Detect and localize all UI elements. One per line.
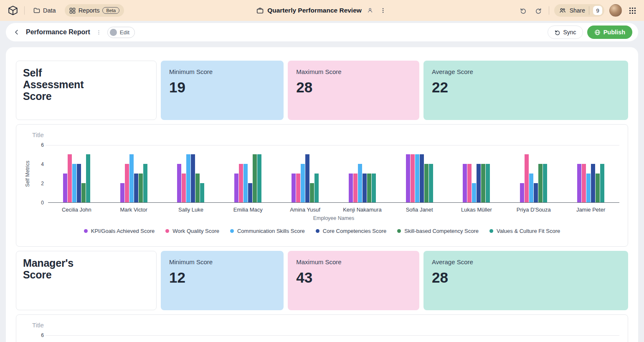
sync-button[interactable]: Sync (548, 26, 583, 39)
bar[interactable] (349, 174, 353, 202)
bar[interactable] (543, 164, 547, 202)
bar[interactable] (77, 164, 81, 202)
bar[interactable] (411, 154, 415, 202)
divider (549, 6, 549, 15)
bar[interactable] (72, 164, 76, 202)
share-button[interactable]: Share 9 (554, 4, 604, 17)
bar[interactable] (577, 164, 581, 202)
bar[interactable] (358, 164, 362, 202)
legend-label: Skill-based Competency Score (404, 228, 479, 234)
collaborator-icon[interactable] (365, 6, 375, 15)
more-options-icon[interactable] (378, 6, 388, 15)
x-tick-label: Sally Luke (178, 207, 203, 213)
back-icon[interactable] (12, 27, 22, 37)
bar[interactable] (200, 183, 204, 202)
bar[interactable] (463, 164, 467, 202)
edit-toggle[interactable]: Edit (107, 27, 135, 38)
bar[interactable] (534, 183, 538, 202)
bar[interactable] (139, 174, 143, 202)
bar[interactable] (143, 164, 147, 202)
bar[interactable] (182, 174, 186, 202)
bar[interactable] (367, 174, 371, 202)
stat-card-minimum[interactable]: Minimum Score 19 (161, 61, 284, 120)
report-more-icon[interactable] (94, 28, 103, 37)
bar[interactable] (191, 154, 195, 202)
bar[interactable] (538, 164, 543, 202)
bar[interactable] (406, 154, 410, 202)
bar[interactable] (472, 183, 476, 202)
bar[interactable] (243, 164, 248, 202)
bar[interactable] (424, 164, 428, 202)
bar[interactable] (292, 174, 296, 202)
stat-card-minimum[interactable]: Minimum Score 12 (161, 251, 284, 310)
legend-item[interactable]: Communication Skills Score (230, 228, 305, 234)
section-heading-card[interactable]: Self Assessment Score (16, 61, 157, 120)
bar[interactable] (529, 174, 533, 202)
bar[interactable] (195, 174, 200, 202)
bar[interactable] (120, 183, 124, 202)
bar[interactable] (234, 174, 238, 202)
bar[interactable] (125, 164, 129, 202)
bar[interactable] (525, 154, 529, 202)
bar[interactable] (363, 174, 367, 202)
bar[interactable] (81, 183, 86, 202)
chart-card-self-assessment[interactable]: Title Self Metrics 0246 Cecilia JohnMark… (16, 124, 628, 247)
legend-item[interactable]: Values & Culture Fit Score (489, 228, 560, 234)
bar[interactable] (296, 174, 300, 202)
redo-icon[interactable] (533, 5, 544, 16)
section-heading-card[interactable]: Manager's Score (16, 251, 157, 310)
chart-title-placeholder[interactable]: Title (32, 131, 619, 138)
bar[interactable] (186, 154, 190, 202)
publish-button[interactable]: Publish (587, 26, 632, 39)
stat-card-average[interactable]: Average Score 22 (423, 61, 628, 120)
bar[interactable] (63, 174, 67, 202)
bar[interactable] (467, 164, 472, 202)
bar[interactable] (429, 164, 433, 202)
nav-reports[interactable]: Reports Beta (65, 4, 124, 17)
bar[interactable] (134, 174, 138, 202)
stat-card-maximum[interactable]: Maximum Score 28 (288, 61, 419, 120)
legend-item[interactable]: Skill-based Competency Score (397, 228, 479, 234)
x-tick-label: Jamie Peter (576, 207, 605, 213)
apps-grid-icon[interactable] (627, 5, 638, 16)
bar[interactable] (486, 164, 490, 202)
bar[interactable] (415, 154, 419, 202)
bar[interactable] (314, 174, 319, 202)
bar[interactable] (305, 154, 309, 202)
bar[interactable] (301, 164, 305, 202)
user-avatar[interactable] (609, 4, 622, 17)
legend-item[interactable]: KPI/Goals Achieved Score (84, 228, 155, 234)
bar[interactable] (248, 183, 252, 202)
bar[interactable] (253, 154, 257, 202)
nav-data[interactable]: Data (29, 4, 61, 17)
bar[interactable] (239, 164, 243, 202)
bar[interactable] (353, 174, 357, 202)
section-heading: Manager's Score (23, 257, 100, 281)
bar[interactable] (582, 164, 586, 202)
legend-item[interactable]: Work Quality Score (165, 228, 219, 234)
bar[interactable] (257, 154, 261, 202)
bar[interactable] (477, 164, 481, 202)
divider (589, 6, 589, 15)
app-logo-icon[interactable] (6, 3, 20, 18)
bar[interactable] (481, 164, 485, 202)
legend-item[interactable]: Core Competencies Score (316, 228, 386, 234)
chart-card-managers-score[interactable]: Title 6 (16, 314, 628, 342)
bar[interactable] (420, 154, 424, 202)
y-axis-label: Self Metrics (25, 145, 32, 203)
bar[interactable] (68, 154, 72, 202)
bar[interactable] (372, 174, 376, 202)
bar[interactable] (177, 164, 181, 202)
bar[interactable] (86, 154, 90, 202)
bar[interactable] (596, 174, 600, 202)
bar[interactable] (600, 164, 604, 202)
bar[interactable] (591, 164, 595, 202)
stat-card-maximum[interactable]: Maximum Score 43 (288, 251, 419, 310)
chart-title-placeholder[interactable]: Title (32, 322, 619, 329)
undo-icon[interactable] (518, 5, 528, 16)
bar[interactable] (520, 183, 524, 202)
bar[interactable] (129, 154, 134, 202)
bar[interactable] (586, 174, 591, 202)
stat-card-average[interactable]: Average Score 28 (423, 251, 628, 310)
bar[interactable] (310, 183, 314, 202)
